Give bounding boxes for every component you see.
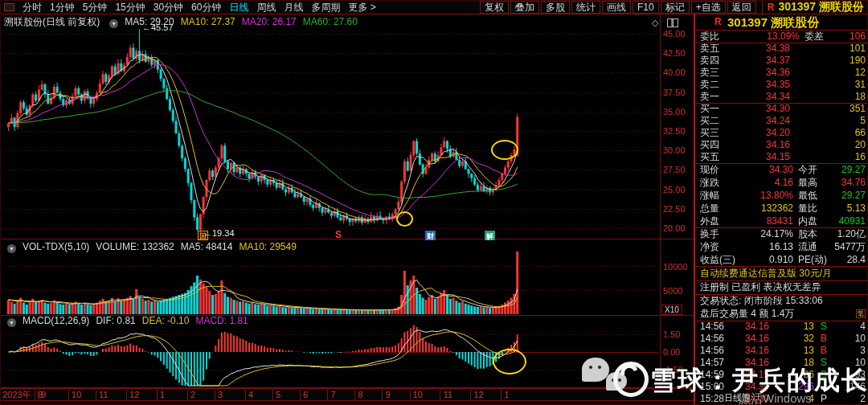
x-axis-month-label: 7 xyxy=(327,390,335,400)
price-axis-label: 40.00 xyxy=(663,68,694,77)
ask-row[interactable]: 卖四34.37190 xyxy=(695,55,868,67)
x-axis-month-label: 10 xyxy=(68,390,81,400)
ask-row[interactable]: 卖五34.38101 xyxy=(695,43,868,55)
ask-row[interactable]: 卖一34.3418 xyxy=(695,91,868,103)
info-row: 外盘83431内盘40931 xyxy=(695,215,868,227)
collapse-icon[interactable]: ▼ xyxy=(7,244,16,253)
tab-分时[interactable]: 分时 xyxy=(18,2,46,13)
info-row: 总量132362量比5.13 xyxy=(695,202,868,215)
indicator-value: VOLUME: 132362 xyxy=(96,241,174,252)
collapse-icon[interactable]: ▼ xyxy=(7,318,16,327)
volume-axis-label: 5000 xyxy=(663,286,694,296)
indicator-value: MA10: 29549 xyxy=(239,241,296,252)
toolbar-button-F10[interactable]: F10 xyxy=(633,1,659,14)
toolbar-button-复权[interactable]: 复权 xyxy=(480,1,509,14)
bottom-strip xyxy=(1,400,694,405)
split-window-icon[interactable] xyxy=(667,18,678,27)
top-menu-bar: 分时1分钟5分钟15分钟30分钟60分钟日线周线月线多周期更多 > 复权叠加多股… xyxy=(1,1,868,14)
indicator-value: VOL-TDX(5,10) xyxy=(23,241,89,252)
info-row: 净资16.13流通5477万 xyxy=(695,240,868,253)
diamond-icon[interactable]: ◇ xyxy=(652,18,658,27)
trade-row: 14:5634.1613S4 xyxy=(695,321,868,333)
tab-30分钟[interactable]: 30分钟 xyxy=(149,2,187,13)
tags-row: 注册制 已盈利 表决权无差异 xyxy=(695,280,868,294)
toolbar-button-多股[interactable]: 多股 xyxy=(541,1,570,14)
report-marker[interactable]: 财 xyxy=(425,231,436,240)
trade-count: 10 xyxy=(695,333,866,345)
signal-marker[interactable]: S xyxy=(335,231,342,239)
quote-panel: R301397 溯联股份委比13.09%委差106卖五34.38101卖四34.… xyxy=(694,14,868,405)
exright-marker[interactable]: 回 xyxy=(198,231,208,240)
chart-title: 溯联股份(日线 前复权) xyxy=(4,16,100,27)
macd-pane-header: ▼MACD(12,26,9)DIF: 0.81DEA: -0.10MACD: 1… xyxy=(4,315,261,327)
chart-canvas[interactable] xyxy=(1,14,694,405)
tick-list-icon[interactable]: 笔 xyxy=(856,309,866,318)
price-axis-label: 32.50 xyxy=(663,126,694,136)
x-axis-month-label: 4 xyxy=(245,390,253,400)
collapse-icon[interactable]: ▼ xyxy=(109,19,118,28)
afterhours-row: 盘后交易量 4 额 1.4万 xyxy=(695,307,868,321)
toolbar-buttons: 复权叠加多股统计画线F10标记+自选返回 xyxy=(479,2,757,13)
ask-row[interactable]: 卖二34.3531 xyxy=(695,79,868,91)
info-value: 5477万 xyxy=(695,240,866,253)
promo-row[interactable]: 自动续费通达信普及版 30元/月 xyxy=(695,266,868,280)
indicator-value: MA60: 27.60 xyxy=(303,16,358,27)
toolbar-button-+自选[interactable]: +自选 xyxy=(691,1,726,14)
panel-stock-row[interactable]: R301397 溯联股份 xyxy=(695,14,868,30)
tab-多周期[interactable]: 多周期 xyxy=(307,2,344,13)
bid-qty: 16 xyxy=(695,151,866,163)
stock-chip[interactable]: R 301397 溯联股份 xyxy=(762,1,868,14)
ask-row[interactable]: 卖三34.3612 xyxy=(695,67,868,79)
unlock-marker[interactable]: 解 xyxy=(485,231,495,240)
toolbar-button-返回[interactable]: 返回 xyxy=(727,1,756,14)
indicator-value: DEA: -0.10 xyxy=(142,315,190,326)
x-axis-month-label: 10 xyxy=(410,390,423,400)
tab-周线[interactable]: 周线 xyxy=(252,2,280,13)
bid-row[interactable]: 买五34.1516 xyxy=(695,151,868,163)
x-axis-year: 2023年 xyxy=(2,390,31,400)
toolbar-button-叠加[interactable]: 叠加 xyxy=(510,1,539,14)
bid-row[interactable]: 买三34.2066 xyxy=(695,127,868,139)
window-icon[interactable] xyxy=(4,3,14,11)
macd-axis-label: 1.50 xyxy=(663,329,694,339)
indicator-value: MACD(12,26,9) xyxy=(23,315,89,326)
indicator-value: MA5: 48414 xyxy=(181,241,233,252)
price-axis-label: 35.00 xyxy=(663,107,694,117)
trade-status-row: 交易状态: 闭市阶段 15:33:06 xyxy=(695,294,868,307)
info-value: 29.27 xyxy=(695,163,866,176)
x-axis-month-label: 6 xyxy=(300,390,308,400)
tab-60分钟[interactable]: 60分钟 xyxy=(187,2,225,13)
bid-qty: 351 xyxy=(695,103,866,115)
tab-更多 >[interactable]: 更多 > xyxy=(344,2,379,13)
windows-activation-watermark: 激活Windows xyxy=(739,391,812,405)
volume-pane-header: ▼VOL-TDX(5,10)VOLUME: 132362MA5: 48414MA… xyxy=(4,241,309,253)
info-value: 28.4 xyxy=(695,253,866,266)
tab-15分钟[interactable]: 15分钟 xyxy=(111,2,149,13)
x-axis-month-label: 12 xyxy=(470,390,483,400)
bid-row[interactable]: 买四34.1620 xyxy=(695,139,868,151)
volume-multiplier: X10 xyxy=(661,305,682,315)
indicator-value: MA20: 26.17 xyxy=(242,16,297,27)
info-row: 收益(三)0.910PE(动)28.4 xyxy=(695,253,868,266)
toolbar-button-统计[interactable]: 统计 xyxy=(571,1,600,14)
annotation-circle xyxy=(396,211,413,227)
tab-月线[interactable]: 月线 xyxy=(280,2,307,13)
x-axis-month-label: 5 xyxy=(272,390,280,400)
bid-row[interactable]: 买二34.245 xyxy=(695,115,868,127)
price-axis-label: 25.00 xyxy=(663,185,694,194)
ask-qty: 101 xyxy=(695,43,866,55)
tab-日线[interactable]: 日线 xyxy=(225,2,252,13)
ask-qty: 190 xyxy=(695,55,866,67)
x-axis-month-label: 11 xyxy=(440,390,452,400)
x-axis-month-label: 1 xyxy=(157,390,165,400)
weicha-value: 106 xyxy=(695,30,866,43)
tab-1分钟[interactable]: 1分钟 xyxy=(46,2,79,13)
bid-row[interactable]: 买一34.30351 xyxy=(695,103,868,115)
tab-5分钟[interactable]: 5分钟 xyxy=(79,2,112,13)
info-value: 1.20亿 xyxy=(695,227,866,240)
price-axis-label: 42.50 xyxy=(663,48,694,58)
toolbar-button-标记[interactable]: 标记 xyxy=(661,1,690,14)
price-axis-label: 45.00 xyxy=(663,29,694,39)
toolbar-button-画线[interactable]: 画线 xyxy=(602,1,631,14)
bid-qty: 20 xyxy=(695,139,866,151)
